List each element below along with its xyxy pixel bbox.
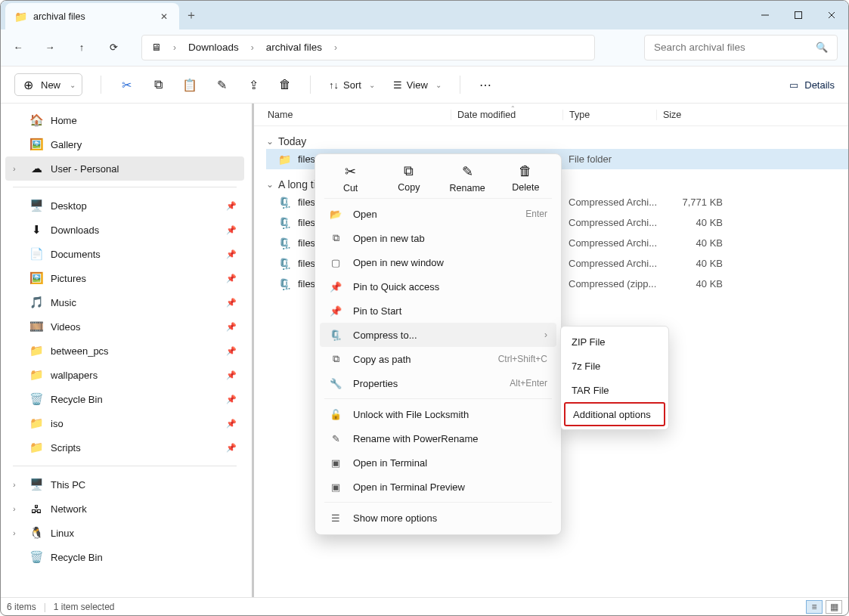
window-controls: [748, 1, 848, 29]
back-button[interactable]: ←: [11, 41, 25, 54]
forward-button[interactable]: →: [43, 41, 57, 54]
ctx-item-pin-quick-access[interactable]: 📌Pin to Quick access: [320, 274, 556, 299]
submenu-item-7z-file[interactable]: 7z File: [564, 354, 665, 378]
sidebar-item-documents[interactable]: 📄Documents📌: [5, 242, 244, 266]
copy-icon[interactable]: ⧉: [151, 78, 165, 91]
this-pc-icon: 🖥️: [29, 478, 43, 491]
rename-icon[interactable]: ✎: [215, 78, 228, 91]
ctx-cut-button[interactable]: ✂Cut: [324, 163, 377, 193]
ctx-item-open-terminal-preview[interactable]: ▣Open in Terminal Preview: [320, 475, 556, 499]
window-tab[interactable]: 📁 archival files ✕: [5, 3, 179, 29]
ctx-item-open-new-tab[interactable]: ⧉Open in new tab: [320, 226, 556, 250]
sidebar-item-label: iso: [51, 418, 64, 429]
ctx-item-rename-powerrename[interactable]: ✎Rename with PowerRename: [320, 426, 556, 450]
ctx-item-open-terminal[interactable]: ▣Open in Terminal: [320, 450, 556, 475]
delete-icon[interactable]: 🗑: [278, 78, 292, 91]
sidebar-item-music[interactable]: 🎵Music📌: [5, 290, 244, 314]
ctx-item-open-new-window[interactable]: ▢Open in new window: [320, 250, 556, 274]
column-header-type[interactable]: Type: [562, 110, 656, 120]
ctx-item-pin-start[interactable]: 📌Pin to Start: [320, 299, 556, 323]
ctx-delete-button[interactable]: 🗑Delete: [499, 163, 552, 193]
file-type: Compressed Archi...: [569, 258, 662, 269]
sidebar-item-linux[interactable]: ›🐧Linux: [5, 521, 244, 545]
ctx-rename-button[interactable]: ✎Rename: [441, 163, 494, 193]
expand-icon[interactable]: ›: [13, 164, 16, 173]
breadcrumb[interactable]: 🖥 › Downloads › archival files ›: [141, 35, 595, 60]
ctx-copy-button[interactable]: ⧉Copy: [383, 163, 435, 193]
sidebar-item-user-personal[interactable]: ›☁User - Personal: [5, 156, 244, 181]
ctx-item-label: Copy as path: [353, 354, 488, 365]
ctx-item-hint: Ctrl+Shift+C: [498, 354, 547, 364]
group-header[interactable]: ⌄Today: [266, 135, 848, 147]
expand-icon[interactable]: ›: [13, 528, 16, 537]
sidebar-item-recycle-bin1[interactable]: 🗑️Recycle Bin📌: [5, 387, 244, 411]
sidebar-item-videos[interactable]: 🎞️Videos📌: [5, 314, 244, 339]
search-icon: 🔍: [816, 42, 828, 53]
rename-icon: ✎: [329, 432, 342, 445]
chevron-down-icon: ⌄: [369, 81, 375, 89]
sidebar-item-this-pc[interactable]: ›🖥️This PC: [5, 472, 244, 497]
paste-icon[interactable]: 📋: [183, 78, 197, 91]
chevron-right-icon: ›: [173, 42, 176, 53]
up-button[interactable]: ↑: [75, 41, 88, 54]
expand-icon[interactable]: ›: [13, 480, 16, 489]
ctx-item-show-more-options[interactable]: ☰Show more options: [320, 506, 556, 530]
refresh-button[interactable]: ⟳: [107, 41, 120, 54]
expand-icon[interactable]: ›: [13, 504, 16, 513]
sidebar-item-label: Documents: [51, 249, 101, 260]
ctx-item-hint: Alt+Enter: [510, 378, 547, 388]
context-menu-separator: [324, 398, 552, 399]
sidebar-item-desktop[interactable]: 🖥️Desktop📌: [5, 193, 244, 218]
ctx-top-label: Rename: [450, 183, 485, 193]
view-button[interactable]: ☰ View ⌄: [393, 79, 442, 91]
sort-button[interactable]: ↑↓ Sort ⌄: [329, 79, 375, 91]
submenu-item-additional-options[interactable]: Additional options: [564, 402, 665, 426]
submenu-item-zip-file[interactable]: ZIP File: [564, 330, 665, 354]
breadcrumb-item[interactable]: archival files: [266, 42, 322, 53]
sort-icon: ↑↓: [329, 79, 339, 91]
minimize-button[interactable]: [748, 1, 782, 29]
cut-icon[interactable]: ✂: [119, 78, 133, 91]
sidebar-item-scripts[interactable]: 📁Scripts📌: [5, 435, 244, 460]
new-button[interactable]: ⊕ New ⌄: [14, 73, 82, 96]
ctx-item-copy-as-path[interactable]: ⧉Copy as pathCtrl+Shift+C: [320, 347, 556, 371]
ctx-top-label: Copy: [398, 182, 420, 193]
sidebar-item-pictures[interactable]: 🖼️Pictures📌: [5, 266, 244, 290]
ctx-item-compress-to[interactable]: 🗜️Compress to...›: [320, 323, 556, 347]
plus-circle-icon: ⊕: [21, 78, 35, 91]
sidebar-item-between-pcs[interactable]: 📁between_pcs📌: [5, 339, 244, 363]
submenu-item-tar-file[interactable]: TAR File: [564, 378, 665, 402]
more-icon[interactable]: ⋯: [479, 78, 492, 91]
close-tab-icon[interactable]: ✕: [158, 11, 170, 23]
column-header-name[interactable]: Name: [254, 110, 451, 120]
sidebar-item-wallpapers[interactable]: 📁wallpapers📌: [5, 363, 244, 387]
ctx-item-properties[interactable]: 🔧PropertiesAlt+Enter: [320, 371, 556, 395]
ctx-item-label: Unlock with File Locksmith: [353, 409, 547, 420]
ctx-item-open[interactable]: 📂OpenEnter: [320, 202, 556, 226]
share-icon[interactable]: ⇪: [246, 78, 260, 91]
view-icon: ☰: [393, 79, 402, 91]
file-type: Compressed Archi...: [569, 217, 662, 228]
sidebar-item-downloads[interactable]: ⬇Downloads📌: [5, 218, 244, 242]
pin-icon: 📌: [226, 274, 237, 283]
column-header-row: Name ⌃ Date modified Type Size: [254, 104, 848, 126]
sidebar-item-home[interactable]: 🏠Home: [5, 108, 244, 132]
sidebar-item-network[interactable]: ›🖧Network: [5, 497, 244, 521]
column-header-size[interactable]: Size: [656, 110, 720, 120]
new-tab-button[interactable]: ＋: [179, 1, 203, 29]
file-type: Compressed Archi...: [569, 237, 662, 249]
details-pane-button[interactable]: ▭ Details: [789, 79, 835, 91]
thumbnails-view-button[interactable]: ▦: [826, 600, 842, 614]
sidebar-item-iso[interactable]: 📁iso📌: [5, 411, 244, 435]
search-box[interactable]: 🔍: [644, 35, 838, 60]
column-header-date[interactable]: ⌃ Date modified: [451, 110, 562, 120]
close-window-button[interactable]: [815, 1, 848, 29]
maximize-button[interactable]: [782, 1, 815, 29]
ctx-item-unlock-filelocksmith[interactable]: 🔓Unlock with File Locksmith: [320, 402, 556, 426]
details-view-button[interactable]: ≡: [806, 600, 823, 614]
sidebar-item-gallery[interactable]: 🖼️Gallery: [5, 132, 244, 156]
navigation-sidebar[interactable]: 🏠Home🖼️Gallery›☁User - Personal 🖥️Deskto…: [1, 104, 254, 597]
sidebar-item-recycle-bin2[interactable]: 🗑️Recycle Bin: [5, 545, 244, 569]
breadcrumb-item[interactable]: Downloads: [188, 42, 239, 53]
search-input[interactable]: [654, 42, 816, 53]
